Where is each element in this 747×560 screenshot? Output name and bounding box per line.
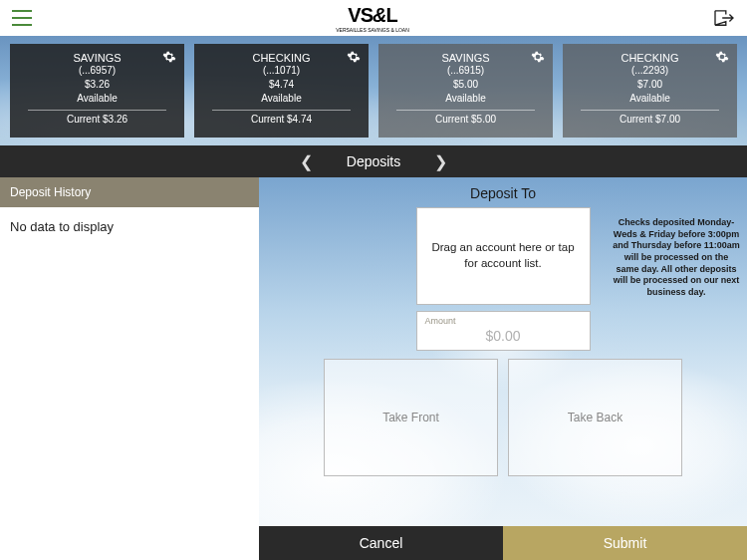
account-amount: $7.00 (637, 78, 662, 92)
account-amount: $5.00 (453, 78, 478, 92)
tab-bar: ❮ Deposits ❯ (0, 145, 747, 177)
history-panel: Deposit History No data to display (0, 177, 259, 560)
account-status: Available (445, 92, 485, 106)
account-card[interactable]: CHECKING (...1071) $4.74 Available Curre… (194, 44, 369, 138)
submit-button[interactable]: Submit (503, 526, 747, 560)
account-status: Available (77, 92, 117, 106)
account-dropzone[interactable]: Drag an account here or tap for account … (416, 207, 591, 305)
account-mask: (...6957) (79, 64, 116, 78)
gear-icon[interactable] (162, 50, 176, 64)
main: Deposit History No data to display Depos… (0, 177, 747, 560)
brand-logo: VS&L VERSAILLES SAVINGS & LOAN (336, 4, 409, 33)
gear-icon[interactable] (531, 50, 545, 64)
top-bar: VS&L VERSAILLES SAVINGS & LOAN (0, 0, 747, 36)
deposit-panel: Deposit To Drag an account here or tap f… (259, 177, 747, 560)
history-header: Deposit History (0, 177, 259, 207)
account-mask: (...1071) (263, 64, 300, 78)
account-current: Current $4.74 (251, 114, 312, 125)
chevron-right-icon[interactable]: ❯ (428, 152, 453, 171)
cancel-button[interactable]: Cancel (259, 526, 503, 560)
account-amount: $3.26 (85, 78, 110, 92)
account-current: Current $7.00 (620, 114, 680, 125)
account-status: Available (261, 92, 301, 106)
account-card[interactable]: SAVINGS (...6915) $5.00 Available Curren… (378, 44, 553, 138)
account-amount: $4.74 (269, 78, 294, 92)
amount-label: Amount (425, 316, 582, 326)
account-type: CHECKING (621, 52, 678, 64)
amount-value: $0.00 (425, 328, 582, 344)
account-type: CHECKING (252, 52, 310, 64)
deposit-to-label: Deposit To (259, 177, 747, 207)
logout-icon[interactable] (713, 9, 735, 27)
history-empty: No data to display (0, 207, 259, 560)
take-front-button[interactable]: Take Front (324, 359, 498, 476)
amount-field[interactable]: Amount $0.00 (416, 311, 591, 351)
account-mask: (...2293) (631, 64, 668, 78)
account-type: SAVINGS (73, 52, 121, 64)
menu-icon[interactable] (12, 10, 32, 26)
account-card[interactable]: SAVINGS (...6957) $3.26 Available Curren… (10, 44, 184, 138)
account-mask: (...6915) (447, 64, 484, 78)
tab-title: Deposits (347, 153, 400, 169)
account-current: Current $5.00 (435, 114, 496, 125)
account-card[interactable]: CHECKING (...2293) $7.00 Available Curre… (563, 44, 737, 138)
account-current: Current $3.26 (67, 114, 127, 125)
account-status: Available (629, 92, 669, 106)
gear-icon[interactable] (347, 50, 361, 64)
chevron-left-icon[interactable]: ❮ (294, 152, 319, 171)
account-type: SAVINGS (441, 52, 489, 64)
take-back-button[interactable]: Take Back (508, 359, 682, 476)
accounts-strip: SAVINGS (...6957) $3.26 Available Curren… (0, 36, 747, 145)
gear-icon[interactable] (715, 50, 729, 64)
processing-notice: Checks deposited Monday-Weds & Friday be… (612, 217, 741, 299)
